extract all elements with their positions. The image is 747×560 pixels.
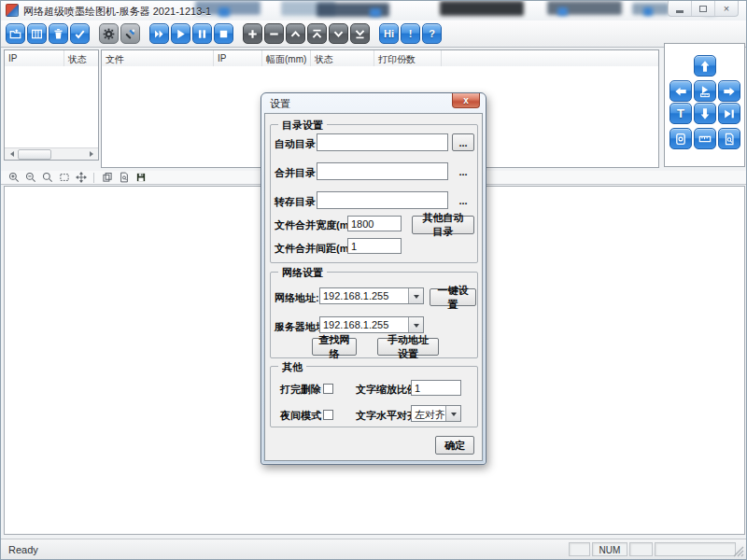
text-scale-label: 文字缩放比例 [356,383,417,397]
minus-icon [268,28,280,40]
play-ruler-icon [698,85,712,98]
help-button[interactable]: ? [422,23,442,44]
open-file-button[interactable] [6,23,25,44]
auto-dir-browse-button[interactable]: ... [452,133,474,151]
start-button[interactable] [171,23,190,44]
dialog-body: 目录设置 自动目录 ... 合并目录 ... 转存目录 ... 文件合并宽度(m… [264,113,483,461]
merge-dir-input[interactable] [317,162,448,180]
chevron-up-icon [289,28,302,40]
close-button[interactable]: × [715,1,738,16]
tools-button[interactable] [120,23,140,44]
delete-button[interactable] [49,23,68,44]
hi-label: Hi [384,28,394,39]
move-to-end-button[interactable] [718,103,740,124]
zoom-out-button[interactable] [23,172,37,184]
column-header-size[interactable]: 幅面(mm) [262,50,311,66]
title-bar: 网络超级喷墨绘图机-服务器 2021-1213-1 × [1,1,746,21]
zoom-reset-button[interactable] [40,172,54,184]
move-down-arrow-button[interactable] [694,103,716,124]
move-down-button[interactable] [329,23,348,44]
chevron-down-bar-icon [354,28,366,40]
confirm-button[interactable] [70,23,90,44]
toolbar-group-file [6,23,90,44]
column-header-status[interactable]: 状态 [64,50,98,66]
minimize-button[interactable] [669,1,692,16]
toolbar-group-run [149,23,233,44]
manual-address-button[interactable]: 手动地址设置 [377,338,439,356]
night-mode-checkbox[interactable] [323,410,333,420]
scroll-right-button[interactable] [85,149,97,160]
delete-after-print-checkbox[interactable] [323,384,333,394]
move-up-button[interactable] [286,23,305,44]
text-align-combobox[interactable]: 左对齐 [411,405,461,422]
copy-view-button[interactable] [100,172,114,184]
scroll-left-button[interactable] [6,149,18,160]
pause-button[interactable] [192,23,212,44]
dump-dir-browse-button[interactable]: ... [452,191,474,209]
remove-button[interactable] [264,23,284,44]
column-header-status[interactable]: 状态 [311,50,374,66]
move-to-top-button[interactable] [307,23,327,44]
dropdown-button[interactable] [445,406,460,421]
other-auto-dir-button[interactable]: 其他自动目录 [412,216,474,234]
arrow-down-icon [698,107,712,120]
network-address-combobox[interactable]: 192.168.1.255 [319,287,424,304]
save-button[interactable] [134,172,148,184]
stop-button[interactable] [214,23,233,44]
ok-button[interactable]: 确定 [435,436,474,455]
column-header-ip[interactable]: IP [5,50,64,66]
toolbar-group-order [243,23,370,44]
pan-button[interactable] [74,172,88,184]
text-scale-input[interactable] [411,380,461,396]
move-up-arrow-button[interactable] [694,55,716,77]
auto-dir-input[interactable] [317,133,448,151]
close-icon: × [724,4,729,14]
hi-button[interactable]: Hi [379,23,399,44]
dump-dir-input[interactable] [317,191,448,209]
dropdown-button[interactable] [408,317,423,332]
dialog-close-button[interactable]: x [452,93,480,108]
merge-dir-browse-button[interactable]: ... [452,162,474,180]
text-align-label: 文字水平对齐 [356,409,417,423]
about-button[interactable]: ! [401,23,420,44]
move-left-arrow-button[interactable] [669,80,692,102]
column-header-ip[interactable]: IP [214,50,262,66]
control-pad-panel: T [664,43,745,167]
arrow-up-icon [698,60,712,73]
measure-button[interactable] [694,128,716,149]
columns-view-button[interactable] [27,23,47,44]
chevron-up-bar-icon [311,28,323,40]
maximize-button[interactable] [692,1,715,16]
zoom-in-button[interactable] [7,172,21,184]
zoom-out-icon [25,172,36,183]
titlebar-glass-artifact [643,7,653,16]
column-header-copies[interactable]: 打印份数 [374,50,442,66]
select-region-button[interactable] [57,172,71,184]
fast-forward-button[interactable] [149,23,169,44]
client-list-panel: IP 状态 [4,49,99,161]
dropdown-button[interactable] [408,288,423,303]
titlebar-glass-artifact [218,7,230,17]
find-network-button[interactable]: 查找网络 [312,338,357,356]
main-toolbar: Hi ! ? [1,21,746,48]
scrollbar-thumb[interactable] [18,149,51,160]
print-start-button[interactable] [694,80,716,102]
text-tool-button[interactable]: T [669,103,692,124]
one-key-setup-button[interactable]: 一键设置 [430,288,476,306]
chevron-down-icon [451,413,457,419]
column-header-file[interactable]: 文件 [102,50,214,66]
move-to-bottom-button[interactable] [350,23,370,44]
add-button[interactable] [243,23,262,44]
server-address-combobox[interactable]: 192.168.1.255 [319,316,424,333]
client-list-body[interactable] [5,66,98,147]
resize-grip[interactable] [732,545,744,557]
merge-gap-input[interactable] [347,238,402,254]
paper-roll-button[interactable] [669,128,692,149]
document-preview-button[interactable] [718,128,740,149]
status-pane [655,542,736,556]
merge-width-input[interactable] [347,216,402,231]
settings-button[interactable] [99,23,119,44]
move-right-arrow-button[interactable] [718,80,740,102]
print-preview-button[interactable] [117,172,131,184]
chevron-down-icon [414,295,419,301]
